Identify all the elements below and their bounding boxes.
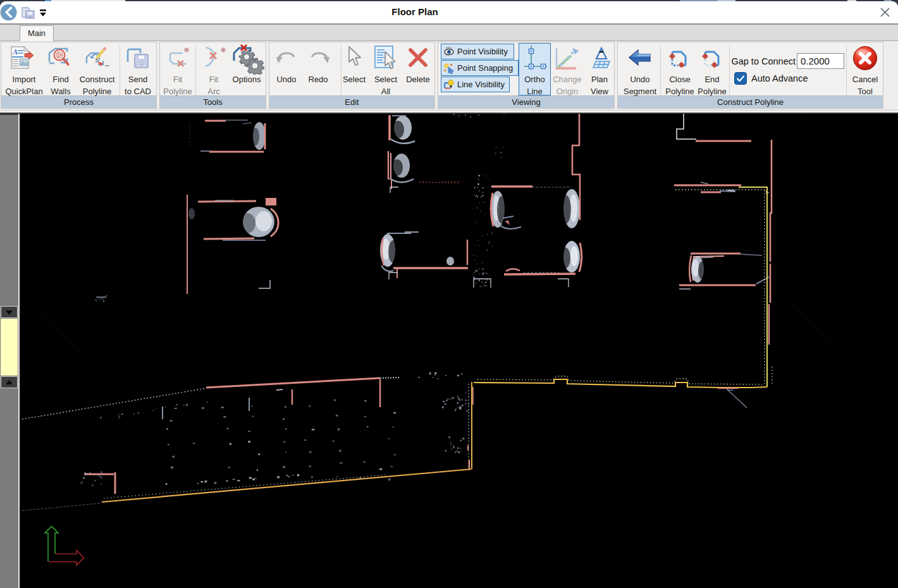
svg-text:A: A [12,47,18,56]
